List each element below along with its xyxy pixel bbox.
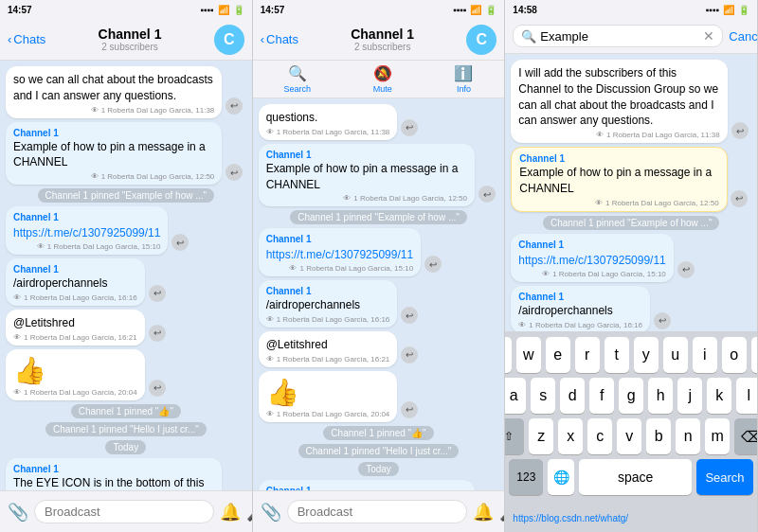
key-r[interactable]: r [575,337,600,373]
msg-sender-3: Channel 1 [13,212,160,222]
time-2: 14:57 [261,5,285,15]
search-input-3[interactable] [540,29,699,44]
mic-icon-1[interactable]: 🎤 [246,502,253,523]
forward-btn-p3-2[interactable]: ↩ [731,190,748,207]
key-p[interactable]: p [751,337,758,373]
key-u[interactable]: u [663,337,688,373]
broadcast-input-2[interactable] [287,500,467,523]
signal-icon-1: ▪▪▪▪ [200,5,213,15]
key-delete[interactable]: ⌫ [734,418,758,454]
key-m[interactable]: m [705,418,730,454]
key-globe[interactable]: 🌐 [548,459,574,495]
mic-icon-2[interactable]: 🎤 [499,502,506,523]
mute-toolbar-btn[interactable]: 🔕 Mute [373,64,392,94]
bell-icon-2[interactable]: 🔔 [473,502,494,523]
msg-meta-p3-4: 👁1 Roberta Dal Lago Garcia, 16:16 [518,321,642,329]
info-toolbar-btn[interactable]: ℹ️ Info [454,64,473,94]
msg-meta-4: 👁1 Roberta Dal Lago Garcia, 16:16 [13,293,137,302]
key-z[interactable]: z [529,418,553,454]
key-h[interactable]: h [648,378,673,414]
forward-btn-p2-3[interactable]: ↩ [424,256,442,273]
message-p2-1: questions. 👁1 Roberta Dal Lago Garcia, 1… [259,104,398,140]
message-4: Channel 1 /airdroperchannels 👁1 Roberta … [6,258,145,306]
back-button-2[interactable]: ‹ Chats [261,32,298,46]
key-l[interactable]: l [736,378,758,414]
msg-meta-3: 👁1 Roberta Dal Lago Garcia, 15:10 [13,242,160,251]
forward-btn-p3-3[interactable]: ↩ [677,261,695,278]
key-w[interactable]: w [516,337,541,373]
key-y[interactable]: y [634,337,659,373]
panel-2: 14:57 ▪▪▪▪ 📶 🔋 ‹ Chats Channel 1 2 subsc… [253,0,506,532]
search-toolbar-icon: 🔍 [288,64,307,82]
signal-icon-2: ▪▪▪▪ [453,5,466,15]
forward-btn-6[interactable]: ↩ [149,380,166,397]
msg-sender-p3-4: Channel 1 [518,292,642,302]
msg-meta-1: 👁1 Roberta Dal Lago Garcia, 11:38 [13,106,214,115]
msg-link-p2-3[interactable]: https://t.me/c/1307925099/11 [266,248,413,261]
status-bar-3: 14:58 ▪▪▪▪ 📶 🔋 [505,0,757,19]
back-button-1[interactable]: ‹ Chats [8,32,45,46]
bottom-url[interactable]: https://blog.csdn.net/whatg/ [513,513,628,523]
date-divider-1: Today [105,440,146,454]
broadcast-input-1[interactable] [34,500,214,523]
msg-sender-7: Channel 1 [13,464,214,474]
key-b[interactable]: b [646,418,671,454]
key-num[interactable]: 123 [509,459,543,495]
key-j[interactable]: j [677,378,702,414]
forward-btn-p3-4[interactable]: ↩ [654,312,671,329]
sys-msg-2: Channel 1 pinned "👍" [71,404,181,418]
search-toolbar-btn[interactable]: 🔍 Search [284,64,312,94]
key-o[interactable]: o [722,337,747,373]
forward-btn-2[interactable]: ↩ [226,164,243,181]
forward-btn-5[interactable]: ↩ [149,325,166,342]
key-k[interactable]: k [707,378,731,414]
attachment-icon-1[interactable]: 📎 [8,502,28,523]
forward-btn-p2-6[interactable]: ↩ [401,401,418,418]
key-q[interactable]: q [505,337,511,373]
status-icons-1: ▪▪▪▪ 📶 🔋 [200,5,244,15]
message-p2-6: 👍 👁1 Roberta Dal Lago Garcia, 20:04 ↩ [259,371,398,422]
forward-btn-4[interactable]: ↩ [149,285,166,302]
key-x[interactable]: x [558,418,583,454]
key-i[interactable]: i [693,337,717,373]
search-clear-icon-3[interactable]: ✕ [703,28,714,44]
forward-btn-p2-5[interactable]: ↩ [401,346,418,364]
panel-1: 14:57 ▪▪▪▪ 📶 🔋 ‹ Chats Channel 1 2 subsc… [0,0,253,532]
key-c[interactable]: c [587,418,612,454]
attachment-icon-2[interactable]: 📎 [261,502,281,523]
key-t[interactable]: t [605,337,629,373]
key-shift[interactable]: ⇧ [505,418,524,454]
key-e[interactable]: e [546,337,570,373]
forward-btn-p2-4[interactable]: ↩ [401,307,418,324]
search-cancel-btn-3[interactable]: Cancel [729,29,758,44]
sys-msg-1: Channel 1 pinned "Example of how ..." [38,188,215,203]
key-search[interactable]: Search [696,459,753,495]
forward-btn-p2-1[interactable]: ↩ [401,119,418,136]
forward-btn-1[interactable]: ↩ [226,98,243,115]
msg-text-p2-1: questions. [266,110,390,126]
battery-icon-3: 🔋 [738,5,749,15]
forward-btn-3[interactable]: ↩ [171,234,189,251]
msg-link-3[interactable]: https://t.me/c/1307925099/11 [13,226,160,239]
channel-title-1: Channel 1 [51,27,208,42]
key-g[interactable]: g [619,378,643,414]
bell-icon-1[interactable]: 🔔 [220,502,241,523]
search-icon-3: 🔍 [521,29,536,44]
key-a[interactable]: a [505,378,526,414]
key-n[interactable]: n [676,418,700,454]
key-row-1: q w e r t y u i o p [509,337,753,373]
msg-text-1: so we can all chat about the broadcasts … [13,72,214,104]
avatar-1[interactable]: C [214,25,244,55]
key-s[interactable]: s [531,378,555,414]
battery-icon-2: 🔋 [485,5,496,15]
forward-btn-p2-2[interactable]: ↩ [478,186,496,203]
msg-link-p3-3[interactable]: https://t.me/c/1307925099/11 [518,254,665,267]
key-v[interactable]: v [617,418,641,454]
key-d[interactable]: d [560,378,585,414]
key-f[interactable]: f [589,378,614,414]
wifi-icon-1: 📶 [218,5,229,15]
forward-btn-p3-1[interactable]: ↩ [731,122,749,139]
key-space[interactable]: space [579,459,692,495]
msg-meta-p2-3: 👁1 Roberta Dal Lago Garcia, 15:10 [266,264,413,273]
avatar-2[interactable]: C [466,25,496,55]
